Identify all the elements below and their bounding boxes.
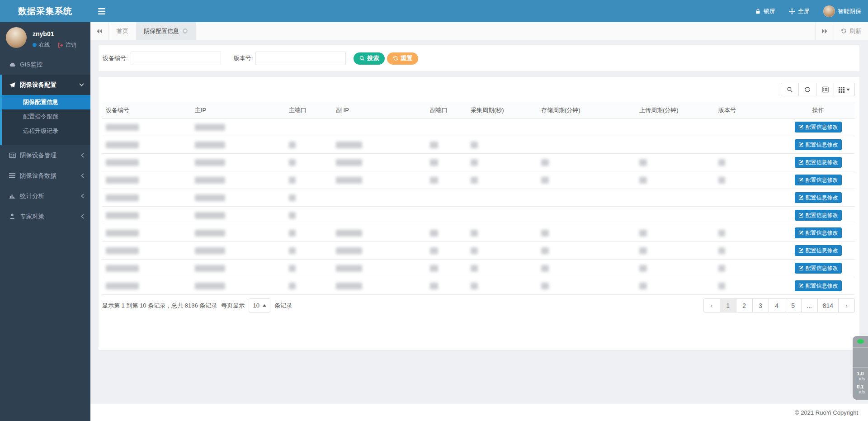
chevron-left-icon bbox=[81, 194, 84, 199]
table-cell bbox=[467, 136, 538, 153]
redacted-cell-value bbox=[336, 159, 362, 166]
sidebar-subitem-1-0[interactable]: 阴保配置信息 bbox=[2, 95, 90, 109]
app-logo[interactable]: 数据采集系统 bbox=[0, 0, 90, 22]
redacted-cell-value bbox=[718, 247, 725, 254]
next-page-button[interactable]: › bbox=[838, 298, 855, 312]
table-cell bbox=[715, 277, 781, 294]
table-cell bbox=[715, 136, 781, 153]
edit-config-button[interactable]: 配置信息修改 bbox=[795, 122, 842, 132]
edit-icon bbox=[798, 124, 804, 130]
edit-config-button[interactable]: 配置信息修改 bbox=[795, 139, 842, 150]
redacted-cell-value bbox=[430, 230, 438, 237]
sidebar: znyb01 在线 注销 GIS监控阴保设备配置阴保配置信息配置指令跟踪远程升级… bbox=[0, 22, 90, 421]
table-cell bbox=[332, 171, 426, 189]
sidebar-submenu: 阴保配置信息配置指令跟踪远程升级记录 bbox=[2, 95, 90, 145]
sidebar-item-3[interactable]: 阴保设备数据 bbox=[2, 166, 90, 186]
page-button-5[interactable]: 5 bbox=[785, 298, 802, 312]
toolbar-search-button[interactable] bbox=[781, 83, 799, 96]
edit-config-button[interactable]: 配置信息修改 bbox=[795, 227, 842, 238]
table-cell-action: 配置信息修改 bbox=[781, 171, 855, 189]
sidebar-item-0[interactable]: GIS监控 bbox=[2, 54, 90, 75]
sidebar-item-2[interactable]: 阴保设备管理 bbox=[2, 145, 90, 166]
table-cell bbox=[715, 224, 781, 241]
edit-icon bbox=[798, 230, 804, 236]
toolbar-columns-button[interactable] bbox=[834, 83, 855, 96]
prev-page-button[interactable]: ‹ bbox=[703, 298, 720, 312]
redacted-cell-value bbox=[718, 283, 725, 289]
fullscreen-button[interactable]: 全屏 bbox=[782, 0, 816, 22]
user-menu[interactable]: 智能阴保 bbox=[816, 0, 868, 22]
tab-1[interactable]: 阴保配置信息 bbox=[136, 22, 196, 40]
fullscreen-icon bbox=[789, 8, 795, 14]
chevron-left-icon bbox=[81, 173, 84, 178]
edit-icon bbox=[798, 283, 804, 289]
capsule-indicator-icon bbox=[858, 351, 863, 364]
page-button-2[interactable]: 2 bbox=[736, 298, 753, 312]
edit-config-button[interactable]: 配置信息修改 bbox=[795, 210, 842, 221]
edit-config-button[interactable]: 配置信息修改 bbox=[795, 263, 842, 274]
page-button-...[interactable]: ... bbox=[801, 298, 818, 312]
redacted-cell-value bbox=[639, 265, 647, 272]
page-footer: © 2021 RuoYi Copyright bbox=[90, 404, 868, 421]
toolbar-detail-view-button[interactable] bbox=[816, 83, 834, 96]
fullscreen-label: 全屏 bbox=[798, 7, 810, 15]
edit-config-button-label: 配置信息修改 bbox=[806, 265, 838, 272]
edit-config-button[interactable]: 配置信息修改 bbox=[795, 175, 842, 185]
id-card-icon bbox=[9, 152, 16, 158]
edit-config-button[interactable]: 配置信息修改 bbox=[795, 192, 842, 203]
redacted-cell-value bbox=[106, 247, 139, 254]
table-cell bbox=[715, 207, 781, 224]
table-cell bbox=[332, 136, 426, 153]
user-avatar[interactable] bbox=[6, 27, 27, 48]
toolbar-refresh-button[interactable] bbox=[798, 83, 816, 96]
download-speed-unit: K/s bbox=[859, 390, 865, 395]
device-number-input[interactable] bbox=[131, 52, 221, 65]
table-cell bbox=[285, 171, 332, 189]
edit-config-button[interactable]: 配置信息修改 bbox=[795, 280, 842, 291]
tab-0[interactable]: 首页 bbox=[109, 22, 136, 40]
sidebar-item-1[interactable]: 阴保设备配置 bbox=[2, 75, 90, 95]
table-cell bbox=[467, 118, 538, 136]
sidebar-subitem-1-2[interactable]: 远程升级记录 bbox=[2, 124, 90, 138]
redacted-cell-value bbox=[289, 230, 296, 237]
edit-config-button-label: 配置信息修改 bbox=[806, 141, 838, 149]
logout-button[interactable]: 注销 bbox=[66, 41, 76, 49]
redacted-cell-value bbox=[639, 159, 647, 166]
page-button-4[interactable]: 4 bbox=[769, 298, 785, 312]
tab-refresh-button[interactable]: 刷新 bbox=[834, 22, 868, 40]
column-header-3: 副 IP bbox=[332, 106, 426, 114]
table-cell bbox=[538, 207, 636, 224]
tabs-scroll-right-button[interactable] bbox=[815, 22, 834, 40]
page-button-3[interactable]: 3 bbox=[752, 298, 769, 312]
tab-label: 首页 bbox=[117, 27, 128, 35]
redacted-cell-value bbox=[106, 194, 139, 201]
redacted-cell-value bbox=[718, 230, 725, 237]
speed-section: 1.0 ↑K/s 0.1 ↓K/s bbox=[853, 367, 868, 400]
sidebar-item-4[interactable]: 统计分析 bbox=[2, 186, 90, 206]
redacted-cell-value bbox=[471, 142, 478, 148]
top-header: 锁屏 全屏 智能阴保 bbox=[90, 0, 868, 22]
table-toolbar bbox=[781, 83, 855, 96]
tab-close-icon[interactable] bbox=[182, 28, 188, 34]
sidebar-toggle-button[interactable] bbox=[90, 0, 113, 22]
lock-screen-button[interactable]: 锁屏 bbox=[748, 0, 782, 22]
sidebar-item-5[interactable]: 专家对策 bbox=[2, 206, 90, 227]
search-button[interactable]: 搜索 bbox=[354, 52, 385, 65]
page-size-select[interactable]: 10 bbox=[249, 298, 270, 312]
net-speed-widget[interactable]: 1.0 ↑K/s 0.1 ↓K/s bbox=[853, 336, 868, 400]
sidebar-subitem-1-1[interactable]: 配置指令跟踪 bbox=[2, 109, 90, 124]
search-panel: 设备编号: 版本号: 搜索 重置 bbox=[99, 45, 859, 71]
table-cell-action: 配置信息修改 bbox=[781, 136, 855, 153]
edit-config-button[interactable]: 配置信息修改 bbox=[795, 245, 842, 256]
reset-button[interactable]: 重置 bbox=[387, 52, 418, 65]
page-button-814[interactable]: 814 bbox=[817, 298, 839, 312]
edit-config-button[interactable]: 配置信息修改 bbox=[795, 157, 842, 168]
tabs-scroll-left-button[interactable] bbox=[90, 22, 109, 40]
version-input[interactable] bbox=[255, 52, 346, 65]
edit-icon bbox=[798, 177, 804, 183]
magnifier-icon bbox=[787, 86, 793, 93]
redacted-cell-value bbox=[195, 142, 225, 148]
page-button-1[interactable]: 1 bbox=[720, 298, 736, 312]
redacted-cell-value bbox=[718, 265, 725, 272]
download-arrow-icon: ↓ bbox=[856, 390, 858, 395]
